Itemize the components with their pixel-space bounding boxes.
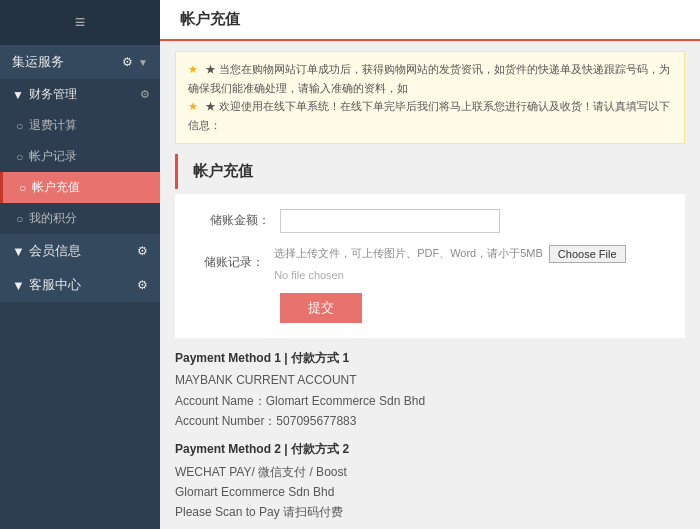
- sidebar-item-records[interactable]: ○ 帐户记录: [0, 141, 160, 172]
- form-area: 储账金额： 储账记录： 选择上传文件，可上传图片、PDF、Word，请小于5MB…: [175, 194, 685, 338]
- finance-arrow-icon: ▼: [12, 88, 24, 102]
- page-title: 帐户充值: [180, 10, 240, 27]
- payment-info: Payment Method 1 | 付款方式 1 MAYBANK CURREN…: [175, 348, 685, 523]
- sidebar-support-label: 客服中心: [29, 276, 81, 294]
- sidebar-records-label: 帐户记录: [29, 148, 77, 165]
- no-file-label: No file chosen: [274, 269, 344, 281]
- choose-file-button[interactable]: Choose File: [549, 245, 626, 263]
- payment-method-2-line-2: Please Scan to Pay 请扫码付费: [175, 502, 685, 522]
- notice-star-icon-2: ★: [188, 100, 198, 112]
- notice-text-2: ★ 欢迎使用在线下单系统！在线下单完毕后我们将马上联系您进行确认及收货！请认真填…: [188, 100, 670, 131]
- payment-method-1-title: MAYBANK CURRENT ACCOUNT: [175, 370, 685, 390]
- sidebar-item-topup[interactable]: ○ 帐户充值: [0, 172, 160, 203]
- sidebar-topup-label: 帐户充值: [32, 179, 80, 196]
- page-header: 帐户充值: [160, 0, 700, 41]
- sidebar-item-support[interactable]: ▼ 客服中心 ⚙: [0, 268, 160, 302]
- finance-gear-icon[interactable]: ⚙: [140, 88, 150, 101]
- amount-input[interactable]: [280, 209, 500, 233]
- member-arrow-icon: ▼: [12, 244, 25, 259]
- sidebar-item-refund[interactable]: ○ 退费计算: [0, 110, 160, 141]
- amount-row: 储账金额：: [190, 209, 670, 233]
- payment-method-1-line-2: Account Number：507095677883: [175, 411, 685, 431]
- payment-method-2-label: Payment Method 2 | 付款方式 2: [175, 439, 685, 459]
- payment-method-1-line-1: Account Name：Glomart Ecommerce Sdn Bhd: [175, 391, 685, 411]
- sidebar-logistics-label: 集运服务: [12, 53, 64, 71]
- gear-icon[interactable]: ⚙: [122, 55, 133, 69]
- refund-icon: ○: [16, 119, 23, 133]
- notice-star-icon-1: ★: [188, 63, 198, 75]
- topup-icon: ○: [19, 181, 26, 195]
- payment-method-1-label: Payment Method 1 | 付款方式 1: [175, 348, 685, 368]
- notice-text-1: ★ 当您在购物网站订单成功后，获得购物网站的发货资讯，如货件的快递单及快递跟踪号…: [188, 63, 670, 94]
- sidebar-finance-label: 财务管理: [29, 86, 77, 103]
- record-label: 储账记录：: [190, 254, 264, 271]
- points-icon: ○: [16, 212, 23, 226]
- sidebar-item-points[interactable]: ○ 我的积分: [0, 203, 160, 234]
- sidebar-item-finance[interactable]: ▼ 财务管理 ⚙: [0, 79, 160, 110]
- records-icon: ○: [16, 150, 23, 164]
- hamburger-icon[interactable]: ≡: [75, 12, 86, 33]
- logistics-arrow: ▼: [138, 57, 148, 68]
- file-upload-area: 选择上传文件，可上传图片、PDF、Word，请小于5MB Choose File…: [274, 245, 670, 281]
- sidebar-member-label: 会员信息: [29, 242, 81, 260]
- payment-method-2-line-1: Glomart Ecommerce Sdn Bhd: [175, 482, 685, 502]
- notice-2: ★ ★ 欢迎使用在线下单系统！在线下单完毕后我们将马上联系您进行确认及收货！请认…: [188, 97, 672, 134]
- sidebar-item-member[interactable]: ▼ 会员信息 ⚙: [0, 234, 160, 268]
- submit-button[interactable]: 提交: [280, 293, 362, 323]
- member-gear-icon[interactable]: ⚙: [137, 244, 148, 258]
- payment-method-2: Payment Method 2 | 付款方式 2 WECHAT PAY/ 微信…: [175, 439, 685, 523]
- payment-method-2-title: WECHAT PAY/ 微信支付 / Boost: [175, 462, 685, 482]
- sidebar-item-logistics[interactable]: 集运服务 ⚙ ▼: [0, 45, 160, 79]
- notice-1: ★ ★ 当您在购物网站订单成功后，获得购物网站的发货资讯，如货件的快递单及快递跟…: [188, 60, 672, 97]
- payment-method-1: Payment Method 1 | 付款方式 1 MAYBANK CURREN…: [175, 348, 685, 432]
- support-arrow-icon: ▼: [12, 278, 25, 293]
- amount-label: 储账金额：: [190, 212, 270, 229]
- section-title: 帐户充值: [175, 154, 685, 189]
- sidebar-points-label: 我的积分: [29, 210, 77, 227]
- sidebar-header: ≡: [0, 0, 160, 45]
- record-row: 储账记录： 选择上传文件，可上传图片、PDF、Word，请小于5MB Choos…: [190, 245, 670, 281]
- support-gear-icon[interactable]: ⚙: [137, 278, 148, 292]
- main-content: 帐户充值 ★ ★ 当您在购物网站订单成功后，获得购物网站的发货资讯，如货件的快递…: [160, 0, 700, 529]
- file-hint: 选择上传文件，可上传图片、PDF、Word，请小于5MB: [274, 246, 543, 261]
- sidebar: ≡ 集运服务 ⚙ ▼ ▼ 财务管理 ⚙ ○ 退费计算 ○ 帐户记录 ○ 帐户充值: [0, 0, 160, 529]
- notice-area: ★ ★ 当您在购物网站订单成功后，获得购物网站的发货资讯，如货件的快递单及快递跟…: [175, 51, 685, 144]
- sidebar-refund-label: 退费计算: [29, 117, 77, 134]
